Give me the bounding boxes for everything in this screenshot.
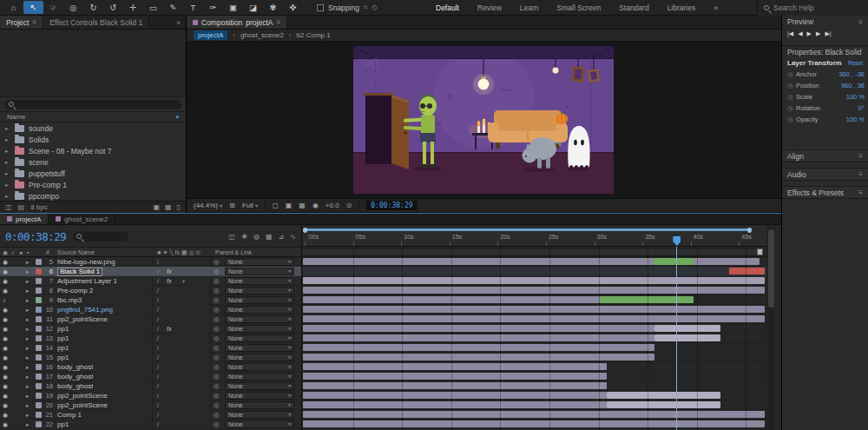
tab-composition[interactable]: Composition projectA ≡ [187, 16, 287, 29]
layer-row[interactable]: ◉ ▸ 17 body_ghost / ◎ None ▾ [0, 372, 301, 381]
layer-label-color[interactable] [36, 259, 42, 265]
property-value[interactable]: 960 , 36 [841, 82, 865, 89]
layer-expander[interactable]: ▸ [26, 393, 29, 400]
layer-expander[interactable]: ▸ [26, 307, 29, 314]
lock-column-icon[interactable]: ▪ [27, 249, 29, 255]
parent-dropdown[interactable]: None ▾ [225, 315, 294, 323]
snapshot-icon[interactable]: ⊙ [346, 202, 352, 209]
layer-duration-track[interactable] [303, 314, 766, 324]
layer-duration-track[interactable] [303, 267, 766, 276]
layer-duration-track[interactable] [303, 362, 766, 372]
adjustment-layer-icon[interactable]: ◐ [182, 278, 186, 285]
layer-label-color[interactable] [36, 326, 42, 332]
layer-visibility-toggle[interactable]: ◉ [3, 354, 8, 361]
parent-pickwhip-icon[interactable]: ◎ [214, 326, 220, 333]
workspace-tab[interactable]: Default [436, 3, 459, 12]
zoom-level-dropdown[interactable]: (44.4%) ▾ [194, 202, 222, 209]
parent-pickwhip-icon[interactable]: ◎ [214, 297, 220, 304]
parent-dropdown[interactable]: None ▾ [225, 306, 294, 314]
layer-bar[interactable] [694, 258, 760, 265]
layer-name[interactable]: tbc.mp3 [57, 297, 82, 304]
next-frame-button[interactable]: ▶ [816, 30, 820, 37]
layer-fx-badge[interactable]: fx [167, 268, 171, 275]
layer-row[interactable]: ◉ ▸ 18 body_ghost / ◎ None ▾ [0, 381, 301, 391]
rotation-tool[interactable]: ↺ [103, 1, 123, 14]
composition-mini-flowchart-icon[interactable]: ◫ [228, 233, 235, 241]
layer-visibility-toggle[interactable]: ◉ [3, 278, 8, 285]
first-frame-button[interactable]: |◀ [787, 30, 793, 37]
layer-name[interactable]: pngfind_7541.png [57, 307, 113, 314]
layer-expander[interactable]: ▸ [26, 278, 29, 285]
align-panel-header[interactable]: Align ≡ [782, 149, 868, 162]
layer-name[interactable]: pp1 [57, 421, 69, 428]
project-item[interactable]: ▸ scene [0, 156, 186, 168]
layer-quality-switch[interactable]: / [157, 268, 159, 275]
layer-bar[interactable] [607, 392, 720, 399]
layer-quality-switch[interactable]: / [157, 335, 159, 342]
layer-visibility-toggle[interactable]: ◉ [3, 374, 8, 380]
workspace-tab[interactable]: Learn [520, 3, 539, 12]
parent-dropdown[interactable]: None ▾ [225, 258, 294, 266]
layer-label-color[interactable] [36, 297, 42, 303]
layer-fx-badge[interactable]: fx [167, 278, 171, 285]
layer-name[interactable]: Black Solid 1 [57, 268, 102, 276]
layer-quality-switch[interactable]: / [157, 374, 159, 380]
expander-icon[interactable]: ▸ [5, 125, 10, 132]
layer-visibility-toggle[interactable]: ◉ [3, 383, 8, 390]
layer-bar[interactable] [607, 401, 720, 408]
property-value[interactable]: 100 % [846, 116, 865, 123]
layer-duration-track[interactable] [303, 257, 766, 267]
workspace-tab[interactable]: Standard [619, 3, 649, 12]
layer-bar[interactable] [729, 268, 765, 275]
layer-bar[interactable] [303, 334, 654, 341]
layer-bar[interactable] [303, 315, 765, 322]
property-value[interactable]: 0° [858, 104, 865, 112]
transparency-grid-icon[interactable]: ▦ [299, 202, 306, 209]
layer-quality-switch[interactable]: / [157, 345, 159, 352]
parent-dropdown[interactable]: None ▾ [225, 420, 294, 428]
layer-label-color[interactable] [36, 421, 42, 427]
layer-expander[interactable]: ▸ [26, 288, 29, 294]
layer-bar[interactable] [303, 258, 654, 265]
roto-brush-tool[interactable]: ✾ [263, 1, 283, 14]
hand-tool[interactable]: ☞ [43, 1, 63, 14]
timeline-tab[interactable]: ghost_scene2 [49, 214, 115, 224]
parent-dropdown[interactable]: None ▾ [225, 392, 294, 400]
parent-dropdown[interactable]: None ▾ [225, 268, 294, 275]
work-area-bar[interactable] [303, 247, 766, 257]
parent-dropdown[interactable]: None ▾ [225, 334, 294, 342]
layer-name[interactable]: pp2_pointScene [57, 393, 108, 400]
viewer-timecode[interactable]: 0:00:38:29 [366, 201, 417, 210]
timeline-tab[interactable]: projectA [0, 214, 49, 224]
tab-project[interactable]: Project ≡ [0, 16, 43, 29]
layer-expander[interactable]: ▸ [26, 421, 29, 428]
layer-name[interactable]: pp2_pointScene [57, 316, 108, 323]
timeline-scrollbar[interactable] [767, 226, 775, 430]
layer-row[interactable]: ◉ ▸ 5 Nibe-logo-new.png / ◎ None ▾ [0, 257, 301, 267]
layer-row[interactable]: ◉ ▸ 19 pp2_pointScene / ◎ None ▾ [0, 391, 301, 400]
project-item[interactable]: ▸ Pre-comp 1 [0, 179, 186, 190]
layer-expander[interactable]: ▸ [26, 259, 29, 266]
layer-visibility-toggle[interactable]: ◉ [3, 345, 8, 352]
layer-label-color[interactable] [36, 278, 42, 284]
layer-name[interactable]: pp1 [57, 335, 69, 342]
expander-icon[interactable]: ▸ [5, 182, 10, 189]
parent-pickwhip-icon[interactable]: ◎ [214, 354, 220, 361]
layer-bar[interactable] [654, 334, 720, 341]
expander-icon[interactable]: ▸ [5, 193, 10, 200]
layer-visibility-toggle[interactable]: ◉ [3, 326, 8, 333]
layer-expander[interactable]: ▸ [26, 402, 29, 409]
breadcrumb-ghost-scene2[interactable]: ghost_scene2 [240, 31, 284, 39]
layer-bar[interactable] [303, 277, 765, 284]
layer-audio-toggle[interactable]: ♪ [3, 297, 6, 304]
parent-pickwhip-icon[interactable]: ◎ [214, 383, 220, 390]
panel-menu-icon[interactable]: ≡ [858, 18, 863, 26]
expander-icon[interactable]: ▸ [5, 170, 10, 177]
workspace-tab[interactable]: Small Screen [557, 3, 602, 12]
layer-quality-switch[interactable]: / [157, 288, 159, 294]
parent-dropdown[interactable]: None ▾ [225, 363, 294, 371]
exposure-value[interactable]: +0.0 [326, 202, 339, 209]
layer-label-color[interactable] [36, 412, 42, 418]
layer-quality-switch[interactable]: / [157, 364, 159, 371]
stopwatch-icon[interactable]: ◷ [787, 105, 792, 112]
